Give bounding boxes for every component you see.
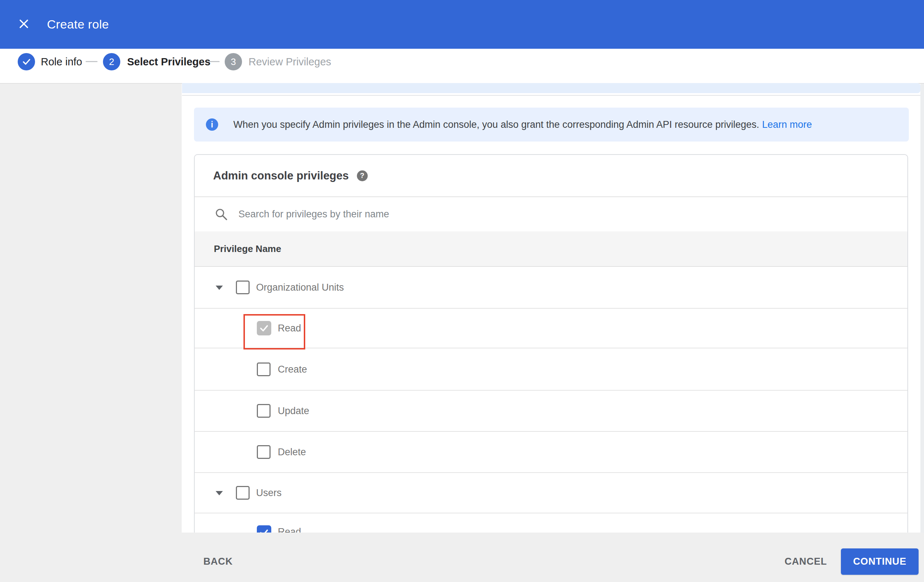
- delete-checkbox[interactable]: [257, 445, 271, 459]
- continue-button[interactable]: CONTINUE: [841, 548, 919, 575]
- step-1-complete-icon[interactable]: [18, 53, 35, 71]
- back-button[interactable]: BACK: [203, 548, 233, 575]
- step-2-badge[interactable]: 2: [103, 53, 120, 71]
- close-icon[interactable]: [18, 18, 30, 30]
- collapse-arrow-icon[interactable]: [216, 491, 223, 495]
- create-role-dialog: Create role Role info 2 Select Privilege…: [0, 0, 924, 582]
- step-connector: [208, 61, 219, 62]
- row-label: Update: [278, 406, 309, 417]
- stepper: Role info 2 Select Privileges 3 Review P…: [0, 49, 924, 84]
- cancel-button[interactable]: CANCEL: [785, 548, 827, 575]
- checkmark-icon: [21, 56, 32, 67]
- dialog-title: Create role: [47, 0, 109, 49]
- sidebar: [0, 84, 182, 533]
- checkmark-icon: [259, 323, 269, 334]
- users-checkbox[interactable]: [236, 486, 249, 500]
- organizational-units-checkbox[interactable]: [236, 280, 249, 294]
- table-row: Organizational Units: [195, 267, 908, 309]
- row-label: Users: [256, 487, 282, 499]
- read-checkbox-disabled[interactable]: [257, 321, 271, 335]
- info-banner-text: When you specify Admin privileges in the…: [233, 119, 812, 130]
- row-label: Delete: [278, 447, 306, 458]
- column-header-privilege-name: Privilege Name: [195, 231, 908, 267]
- row-label: Create: [278, 364, 307, 375]
- update-checkbox[interactable]: [257, 404, 271, 418]
- privileges-card: Admin console privileges ? Privilege Nam…: [194, 154, 908, 582]
- scrolled-content-strip: [182, 83, 921, 93]
- card-header: Admin console privileges ?: [195, 155, 908, 196]
- row-label: Read: [278, 323, 301, 334]
- content-divider: [182, 95, 921, 96]
- info-banner: i When you specify Admin privileges in t…: [194, 107, 909, 142]
- search-icon: [214, 208, 228, 221]
- step-connector: [86, 61, 97, 62]
- table-row: Users: [195, 473, 908, 513]
- dialog-header: Create role: [0, 0, 924, 49]
- info-icon: i: [206, 119, 218, 131]
- table-row: Delete: [195, 432, 908, 473]
- create-checkbox[interactable]: [257, 363, 271, 376]
- scrollbar-track[interactable]: [921, 84, 924, 533]
- table-row: Create: [195, 348, 908, 391]
- table-row: Update: [195, 391, 908, 432]
- search-input[interactable]: [238, 208, 745, 220]
- learn-more-link[interactable]: Learn more: [762, 119, 812, 130]
- card-title: Admin console privileges: [213, 169, 349, 182]
- footer-bar: BACK CANCEL CONTINUE: [0, 533, 924, 582]
- search-row: [195, 196, 908, 231]
- step-review-privileges-label[interactable]: Review Privileges: [249, 49, 331, 75]
- collapse-arrow-icon[interactable]: [216, 285, 223, 290]
- step-select-privileges-label[interactable]: Select Privileges: [127, 49, 211, 75]
- row-label: Organizational Units: [256, 282, 344, 293]
- step-3-badge[interactable]: 3: [225, 53, 242, 71]
- help-icon[interactable]: ?: [357, 170, 368, 181]
- step-role-info-label[interactable]: Role info: [41, 49, 82, 75]
- table-row: Read: [195, 309, 908, 348]
